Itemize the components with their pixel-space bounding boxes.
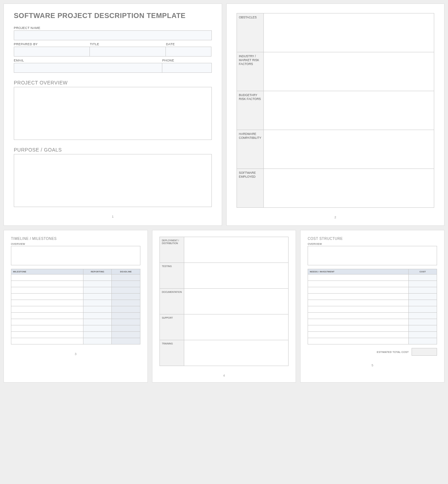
table-row: SUPPORT <box>159 314 289 340</box>
cost-cell[interactable] <box>408 287 437 294</box>
milestone-cell[interactable] <box>11 300 83 306</box>
documentation-label: DOCUMENTATION <box>159 289 184 314</box>
project-name-label: PROJECT NAME <box>14 26 212 30</box>
table-row <box>11 287 140 294</box>
table-row <box>308 332 437 338</box>
industry-market-risk-label: INDUSTRY / MARKET RISK FACTORS <box>237 52 263 91</box>
reporting-cell[interactable] <box>83 300 112 306</box>
deployment-distribution-label: DEPLOYMENT / DISTRIBUTION <box>159 237 184 263</box>
milestone-cell[interactable] <box>11 294 83 300</box>
page-number: 5 <box>308 364 437 367</box>
deadline-cell[interactable] <box>112 319 140 325</box>
deadline-cell[interactable] <box>112 313 140 319</box>
budgetary-risk-label: BUDGETARY RISK FACTORS <box>237 91 263 130</box>
cost-cell[interactable] <box>408 300 437 306</box>
cost-cell[interactable] <box>408 319 437 325</box>
need-cell[interactable] <box>308 338 408 344</box>
deployment-distribution-input[interactable] <box>184 237 289 263</box>
estimated-total-value[interactable] <box>412 348 437 356</box>
deadline-cell[interactable] <box>112 338 140 344</box>
need-cell[interactable] <box>308 319 408 325</box>
reporting-cell[interactable] <box>83 332 112 338</box>
milestone-cell[interactable] <box>11 313 83 319</box>
table-row: HARDWARE COMPATIBILITY <box>237 130 434 169</box>
documentation-input[interactable] <box>184 289 289 314</box>
milestone-cell[interactable] <box>11 281 83 287</box>
industry-market-risk-input[interactable] <box>263 52 434 91</box>
milestone-cell[interactable] <box>11 325 83 332</box>
project-overview-input[interactable] <box>14 87 212 140</box>
need-cell[interactable] <box>308 325 408 332</box>
milestone-cell[interactable] <box>11 306 83 313</box>
reporting-cell[interactable] <box>83 338 112 344</box>
phone-input[interactable] <box>162 63 212 73</box>
deadline-cell[interactable] <box>112 281 140 287</box>
software-employed-input[interactable] <box>263 169 434 208</box>
reporting-cell[interactable] <box>83 325 112 332</box>
deadline-cell[interactable] <box>112 300 140 306</box>
need-cell[interactable] <box>308 281 408 287</box>
reporting-cell[interactable] <box>83 313 112 319</box>
table-row <box>11 300 140 306</box>
phone-label: PHONE <box>162 59 212 62</box>
table-row <box>308 287 437 294</box>
need-cell[interactable] <box>308 332 408 338</box>
timeline-overview-input[interactable] <box>11 246 140 265</box>
cost-cell[interactable] <box>408 294 437 300</box>
deadline-cell[interactable] <box>112 332 140 338</box>
cost-cell[interactable] <box>408 332 437 338</box>
milestone-cell[interactable] <box>11 287 83 294</box>
milestone-cell[interactable] <box>11 275 83 281</box>
title-label: TITLE <box>90 42 166 46</box>
reporting-cell[interactable] <box>83 287 112 294</box>
milestone-col-header: MILESTONE <box>11 269 83 275</box>
training-input[interactable] <box>184 340 289 366</box>
reporting-cell[interactable] <box>83 319 112 325</box>
milestone-cell[interactable] <box>11 338 83 344</box>
deadline-cell[interactable] <box>112 294 140 300</box>
date-input[interactable] <box>166 47 211 57</box>
cost-table: NEEDS / INVESTMENT COST <box>308 269 437 344</box>
title-input[interactable] <box>90 47 166 57</box>
need-cell[interactable] <box>308 300 408 306</box>
cost-cell[interactable] <box>408 275 437 281</box>
reporting-cell[interactable] <box>83 294 112 300</box>
reporting-cell[interactable] <box>83 306 112 313</box>
cost-overview-input[interactable] <box>308 246 437 265</box>
table-row: DOCUMENTATION <box>159 289 289 314</box>
table-row: OBSTACLES <box>237 13 434 52</box>
deadline-cell[interactable] <box>112 325 140 332</box>
budgetary-risk-input[interactable] <box>263 91 434 130</box>
milestone-cell[interactable] <box>11 319 83 325</box>
need-cell[interactable] <box>308 313 408 319</box>
reporting-cell[interactable] <box>83 275 112 281</box>
obstacles-input[interactable] <box>263 13 434 52</box>
deadline-cell[interactable] <box>112 275 140 281</box>
cost-cell[interactable] <box>408 306 437 313</box>
cost-structure-heading: COST STRUCTURE <box>308 237 437 241</box>
deadline-cell[interactable] <box>112 306 140 313</box>
reporting-cell[interactable] <box>83 281 112 287</box>
need-cell[interactable] <box>308 287 408 294</box>
email-input[interactable] <box>14 63 162 73</box>
deadline-cell[interactable] <box>112 287 140 294</box>
support-input[interactable] <box>184 314 289 340</box>
purpose-goals-input[interactable] <box>14 154 212 207</box>
cost-cell[interactable] <box>408 313 437 319</box>
cost-cell[interactable] <box>408 325 437 332</box>
table-row <box>11 294 140 300</box>
hardware-compatibility-label: HARDWARE COMPATIBILITY <box>237 130 263 169</box>
milestone-cell[interactable] <box>11 332 83 338</box>
project-name-input[interactable] <box>14 30 212 40</box>
table-row <box>308 338 437 344</box>
need-cell[interactable] <box>308 294 408 300</box>
page-number: 2 <box>237 216 435 219</box>
testing-input[interactable] <box>184 263 289 289</box>
cost-cell[interactable] <box>408 281 437 287</box>
prepared-by-input[interactable] <box>14 47 90 57</box>
template-title: SOFTWARE PROJECT DESCRIPTION TEMPLATE <box>14 12 212 20</box>
cost-cell[interactable] <box>408 338 437 344</box>
need-cell[interactable] <box>308 275 408 281</box>
need-cell[interactable] <box>308 306 408 313</box>
hardware-compatibility-input[interactable] <box>263 130 434 169</box>
